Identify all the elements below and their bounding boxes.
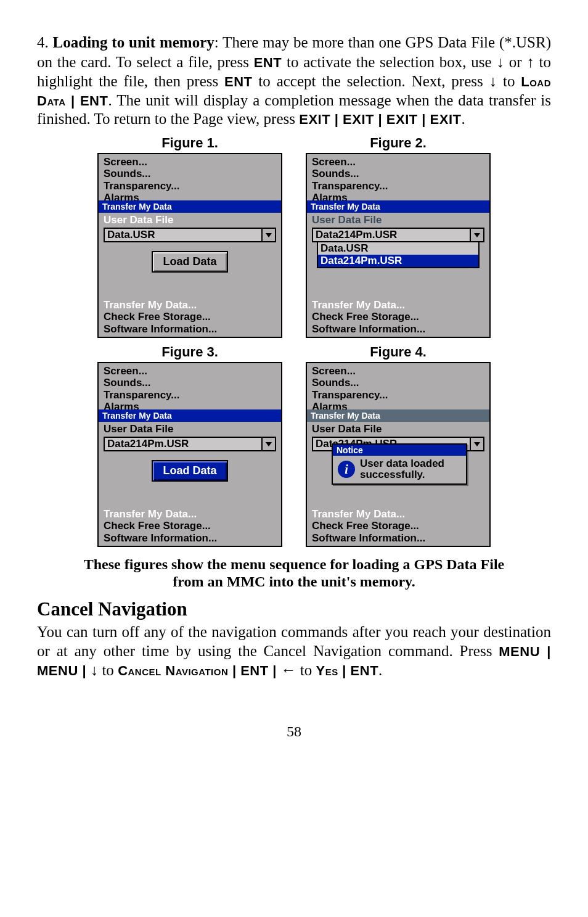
key-ent: ENT: [351, 663, 379, 678]
menu-item-clipped: Alarms: [312, 401, 484, 409]
figure-2-screen: Screen... Sounds... Transparency... Alar…: [306, 153, 491, 338]
dialog-title: Transfer My Data: [99, 200, 281, 213]
key-menu: MENU: [37, 663, 78, 678]
arrow-down-icon: ↓: [496, 53, 504, 70]
menu-item-transfer: Transfer My Data...: [104, 508, 276, 520]
file-combobox[interactable]: Data214Pm.USR: [312, 228, 484, 242]
menu-item: Screen...: [104, 156, 276, 168]
chevron-down-icon[interactable]: [470, 438, 483, 450]
user-data-file-label: User Data File: [99, 422, 281, 435]
cancel-navigation-keyword: Cancel Navigation: [118, 663, 228, 678]
menu-item: Software Information...: [104, 323, 276, 335]
p1-t2: to activate the selection box, use: [282, 54, 496, 70]
menu-item-clipped: Alarms: [104, 192, 276, 200]
menu-item: Screen...: [104, 365, 276, 377]
yes-keyword: Yes: [316, 663, 338, 678]
figure-4-screen: Screen... Sounds... Transparency... Alar…: [306, 362, 491, 547]
p2-t1: You can turn off any of the navigation c…: [37, 623, 551, 659]
menu-item: Sounds...: [104, 377, 276, 389]
menu-item: Sounds...: [104, 168, 276, 180]
p1-t3: or: [504, 54, 526, 70]
p1-t5: to accept the selection. Next, press: [253, 73, 489, 89]
sep: |: [228, 663, 240, 678]
menu-item: Software Information...: [104, 532, 276, 545]
figure-4-label: Figure 4.: [370, 344, 427, 360]
arrow-up-icon: ↑: [526, 53, 534, 70]
step-number: 4.: [37, 34, 53, 51]
sep: |: [338, 663, 351, 678]
load-data-button[interactable]: Load Data: [152, 251, 227, 273]
key-menu: MENU: [499, 644, 540, 659]
arrow-down-icon: ↓: [91, 661, 99, 678]
figure-grid: Figure 1. Screen... Sounds... Transparen…: [37, 135, 551, 547]
sep: |: [78, 663, 91, 678]
menu-item: Screen...: [312, 156, 484, 168]
dialog-title: Transfer My Data: [307, 409, 489, 422]
key-ent: ENT: [240, 663, 269, 678]
dialog-title: Transfer My Data: [99, 409, 281, 422]
menu-item: Sounds...: [312, 168, 484, 180]
menu-item: Check Free Storage...: [312, 311, 484, 323]
sep: |: [66, 93, 80, 109]
p1-t6: to: [497, 73, 521, 89]
menu-item: Check Free Storage...: [104, 520, 276, 532]
menu-item-transfer: Transfer My Data...: [312, 299, 484, 311]
cancel-navigation-paragraph: You can turn off any of the navigation c…: [37, 623, 551, 680]
figure-1-label: Figure 1.: [161, 135, 218, 151]
loading-heading: Loading to unit memory: [53, 34, 214, 51]
p2-to1: to: [98, 662, 118, 678]
menu-item: Check Free Storage...: [104, 311, 276, 323]
sep: |: [540, 644, 551, 659]
figure-2-label: Figure 2.: [370, 135, 427, 151]
menu-item-transfer: Transfer My Data...: [312, 508, 484, 520]
loading-paragraph: 4. Loading to unit memory: There may be …: [37, 33, 551, 129]
arrow-down-icon: ↓: [489, 72, 497, 89]
figure-caption: These figures show the menu sequence for…: [37, 556, 551, 591]
combobox-value: Data.USR: [105, 229, 261, 241]
menu-item: Software Information...: [312, 532, 484, 545]
notice-dialog: Notice i User data loaded successfully.: [332, 443, 467, 485]
combobox-value: Data214Pm.USR: [313, 229, 470, 241]
menu-item-clipped: Alarms: [312, 192, 484, 200]
notice-title: Notice: [333, 445, 466, 456]
menu-item: Screen...: [312, 365, 484, 377]
menu-item-clipped: Alarms: [104, 401, 276, 409]
cancel-navigation-heading: Cancel Navigation: [37, 598, 551, 620]
user-data-file-label: User Data File: [307, 213, 489, 226]
exit-sequence: EXIT | EXIT | EXIT | EXIT: [299, 112, 461, 127]
info-icon: i: [338, 461, 355, 478]
menu-item: Transparency...: [312, 389, 484, 401]
notice-body: User data loaded successfully.: [360, 458, 444, 481]
combobox-value: Data214Pm.USR: [105, 438, 261, 450]
page-number: 58: [37, 723, 551, 740]
chevron-down-icon[interactable]: [261, 229, 275, 241]
figure-3-screen: Screen... Sounds... Transparency... Alar…: [97, 362, 282, 547]
sep: |: [269, 663, 281, 678]
list-item[interactable]: Data214Pm.USR: [318, 255, 478, 267]
key-ent: ENT: [80, 93, 108, 109]
dialog-title: Transfer My Data: [307, 200, 489, 213]
notice-line1: User data loaded: [360, 458, 444, 469]
caption-line1: These figures show the menu sequence for…: [84, 556, 504, 572]
load-data-button[interactable]: Load Data: [152, 460, 227, 482]
user-data-file-label: User Data File: [307, 422, 489, 435]
menu-item: Transparency...: [104, 389, 276, 401]
notice-line2: successfully.: [360, 469, 425, 480]
key-ent: ENT: [254, 55, 282, 70]
figure-3-label: Figure 3.: [161, 344, 218, 360]
p1-t9: .: [461, 110, 465, 127]
menu-item: Software Information...: [312, 323, 484, 335]
chevron-down-icon[interactable]: [470, 229, 483, 241]
chevron-down-icon[interactable]: [261, 438, 275, 450]
menu-item: Transparency...: [312, 180, 484, 192]
menu-item: Sounds...: [312, 377, 484, 389]
menu-item: Transparency...: [104, 180, 276, 192]
p2-end: .: [378, 662, 382, 678]
file-combobox[interactable]: Data.USR: [104, 228, 276, 242]
file-combobox[interactable]: Data214Pm.USR: [104, 437, 276, 451]
p1-t8: . The unit will display a completion mes…: [37, 92, 551, 128]
p2-to2: to: [296, 662, 316, 678]
file-dropdown-list[interactable]: Data.USR Data214Pm.USR: [317, 242, 480, 268]
list-item[interactable]: Data.USR: [318, 242, 478, 255]
key-ent: ENT: [224, 74, 253, 89]
